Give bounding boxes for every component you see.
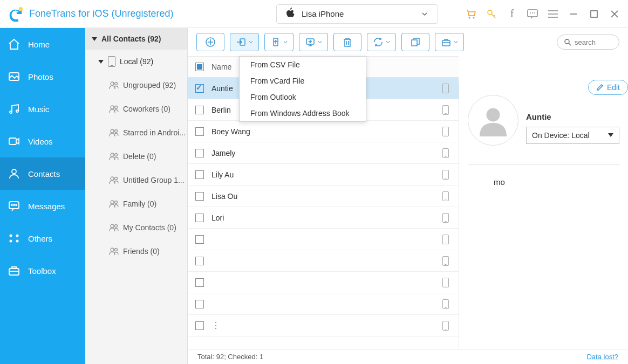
phone-icon: [442, 299, 449, 309]
group-item[interactable]: Friends (0): [85, 239, 187, 263]
key-icon[interactable]: [486, 8, 497, 20]
svg-rect-12: [9, 138, 16, 145]
detail-top: Auntie On Device: Local: [468, 95, 619, 146]
header-checkbox[interactable]: [195, 63, 204, 71]
svg-point-24: [115, 83, 118, 85]
divider: [468, 164, 619, 164]
maximize-button[interactable]: [588, 8, 600, 20]
row-checkbox[interactable]: [195, 127, 204, 136]
device-name: Lisa iPhone: [302, 9, 344, 18]
sidebar-item-others[interactable]: Others: [0, 222, 85, 255]
sidebar-item-videos[interactable]: Videos: [0, 125, 85, 157]
sidebar-item-contacts[interactable]: Contacts: [0, 157, 85, 190]
export-to-device-button[interactable]: [264, 33, 293, 51]
row-checkbox[interactable]: [195, 170, 204, 179]
group-item[interactable]: Starred in Androi...: [85, 121, 187, 145]
contact-row[interactable]: Lori: [188, 207, 459, 229]
row-checkbox[interactable]: [195, 149, 204, 157]
backup-button[interactable]: [435, 33, 464, 51]
row-checkbox[interactable]: [195, 257, 204, 265]
cart-icon[interactable]: [465, 8, 477, 20]
group-item[interactable]: Family (0): [85, 192, 187, 216]
import-dropdown: From CSV File From vCard File From Outlo…: [239, 56, 366, 122]
group-item-label: Starred in Androi...: [123, 128, 186, 137]
sidebar-item-messages[interactable]: Messages: [0, 190, 85, 222]
contact-row[interactable]: [188, 272, 459, 293]
edit-button[interactable]: Edit: [588, 80, 628, 95]
dropdown-item-csv[interactable]: From CSV File: [240, 57, 366, 73]
groups-header[interactable]: All Contacts (92): [85, 28, 187, 50]
phone-icon: [442, 321, 449, 331]
data-lost-link[interactable]: Data lost?: [586, 353, 618, 361]
detail-field-label: mo: [468, 177, 619, 187]
device-selector[interactable]: Lisa iPhone: [276, 4, 438, 24]
phone-icon: [442, 170, 449, 180]
contact-row[interactable]: Boey Wang: [188, 121, 459, 142]
contact-row[interactable]: Jamely: [188, 142, 459, 164]
search-box[interactable]: [557, 35, 619, 50]
row-checkbox[interactable]: [195, 278, 204, 287]
header-name-label: Name: [211, 63, 231, 71]
export-to-pc-button[interactable]: [299, 33, 328, 51]
row-checkbox[interactable]: [195, 106, 204, 114]
dropdown-item-vcard[interactable]: From vCard File: [240, 73, 366, 89]
row-checkbox[interactable]: [195, 84, 204, 93]
svg-point-26: [115, 106, 118, 109]
row-checkbox[interactable]: [195, 214, 204, 222]
phone-icon: [442, 191, 449, 201]
minimize-button[interactable]: [568, 8, 579, 20]
search-input[interactable]: [575, 38, 612, 46]
contact-row[interactable]: [188, 250, 459, 272]
group-item[interactable]: Untitled Group 1...: [85, 168, 187, 192]
dropdown-item-outlook[interactable]: From Outlook: [240, 89, 366, 105]
phone-icon: [442, 256, 449, 266]
delete-button[interactable]: [333, 33, 361, 51]
device-select[interactable]: On Device: Local: [526, 127, 619, 144]
sidebar-item-label: Home: [28, 40, 50, 49]
contact-row[interactable]: Lisa Ou: [188, 186, 459, 207]
feedback-icon[interactable]: [527, 8, 538, 20]
group-item-label: My Contacts (0): [123, 223, 176, 232]
phone-icon: [442, 84, 449, 93]
group-item-label: Family (0): [123, 200, 156, 208]
sidebar-item-label: Contacts: [28, 169, 60, 178]
add-button[interactable]: [196, 33, 224, 51]
group-item[interactable]: Ungrouped (92): [85, 73, 187, 97]
group-item[interactable]: Coworkers (0): [85, 97, 187, 121]
contact-row[interactable]: [188, 229, 459, 250]
row-checkbox[interactable]: [195, 235, 204, 244]
svg-rect-8: [591, 11, 597, 17]
svg-point-28: [115, 130, 118, 133]
refresh-button[interactable]: [367, 33, 396, 51]
menu-icon[interactable]: [547, 8, 559, 20]
sidebar-item-music[interactable]: Music: [0, 93, 85, 125]
sidebar-item-photos[interactable]: Photos: [0, 60, 85, 93]
facebook-icon[interactable]: f: [506, 8, 518, 20]
contact-row[interactable]: ⋮: [188, 315, 459, 336]
close-button[interactable]: [609, 8, 620, 20]
group-local[interactable]: Local (92): [85, 50, 187, 73]
row-checkbox[interactable]: [195, 300, 204, 308]
groups-header-label: All Contacts (92): [101, 35, 161, 43]
pencil-icon: [596, 84, 604, 91]
group-item[interactable]: My Contacts (0): [85, 216, 187, 239]
svg-point-5: [530, 12, 531, 13]
list-column: From CSV File From vCard File From Outlo…: [188, 28, 628, 364]
group-item[interactable]: Delete (0): [85, 145, 187, 168]
row-checkbox[interactable]: [195, 321, 204, 330]
dropdown-item-wab[interactable]: From Windows Address Book: [240, 105, 366, 121]
contact-row[interactable]: Lily Au: [188, 164, 459, 186]
svg-point-10: [10, 111, 12, 113]
contact-row[interactable]: [188, 293, 459, 315]
sidebar-item-home[interactable]: Home: [0, 28, 85, 60]
svg-point-34: [115, 201, 118, 204]
row-name: Lori: [211, 214, 442, 222]
dedupe-button[interactable]: [401, 33, 429, 51]
row-checkbox[interactable]: [195, 192, 204, 201]
group-item-label: Friends (0): [123, 247, 160, 256]
toolbox-icon: [8, 264, 21, 277]
import-button[interactable]: [230, 33, 259, 51]
people-icon: [109, 223, 119, 232]
sidebar-item-toolbox[interactable]: Toolbox: [0, 255, 85, 287]
row-name: Lisa Ou: [211, 192, 442, 201]
